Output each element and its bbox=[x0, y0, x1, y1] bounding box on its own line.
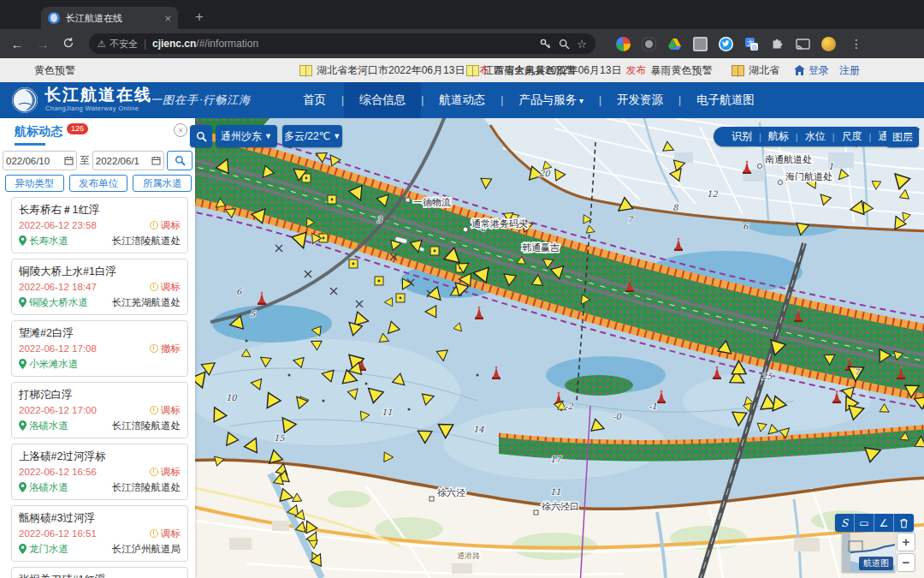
clock-icon bbox=[150, 221, 158, 229]
nav-separator: | bbox=[599, 94, 601, 106]
bookmark-star-icon[interactable]: ☆ bbox=[577, 38, 587, 51]
cast-icon[interactable] bbox=[796, 37, 810, 51]
back-icon[interactable]: ← bbox=[9, 37, 26, 51]
beacon-card[interactable]: 长寿桥右＃1红浮2022-06-12 23:58调标长寿水道长江涪陵航道处 bbox=[11, 197, 188, 253]
card-title: 长寿桥右＃1红浮 bbox=[19, 203, 181, 217]
layers-button[interactable]: 图层 bbox=[886, 127, 919, 147]
screenshot-extension-icon[interactable] bbox=[693, 37, 708, 51]
svg-text:一德物流: 一德物流 bbox=[413, 197, 451, 207]
nav-item-2[interactable]: 航道动态 bbox=[424, 82, 500, 118]
nav-item-4[interactable]: 开发资源 bbox=[601, 82, 678, 118]
beacon-card[interactable]: 打梆沱白浮2022-06-12 17:00调标洛碛水道长江涪陵航道处 bbox=[11, 382, 188, 438]
date-from-input[interactable]: 022/06/10 bbox=[3, 151, 77, 170]
nav-separator: | bbox=[500, 94, 503, 106]
warning-flag-icon bbox=[299, 65, 312, 76]
misc-extension-icon[interactable] bbox=[821, 37, 836, 51]
forward-icon[interactable]: → bbox=[34, 37, 51, 51]
svg-text:11: 11 bbox=[382, 408, 393, 417]
weather-dropdown[interactable]: 多云/22℃▼ bbox=[282, 125, 342, 147]
card-status: 调标 bbox=[150, 464, 181, 480]
circle-extension-icon[interactable] bbox=[642, 37, 656, 51]
clock-icon bbox=[150, 468, 158, 476]
search-page-icon[interactable] bbox=[558, 38, 571, 51]
site-title-en: ChangJiang Waterway Online bbox=[45, 104, 139, 112]
map-mode-3[interactable]: 尺度 bbox=[835, 129, 869, 144]
chevron-down-icon: ▼ bbox=[333, 132, 341, 140]
filter-change-type[interactable]: 异动类型 bbox=[5, 175, 64, 192]
beacon-card[interactable]: 上洛碛#2过河浮标2022-06-12 16:56调标洛碛水道长江涪陵航道处 bbox=[11, 444, 188, 500]
map-mode-1[interactable]: 航标 bbox=[761, 129, 796, 144]
card-time: 2022-06-12 17:00 bbox=[19, 402, 97, 418]
card-waterway: 洛碛水道 bbox=[19, 418, 68, 433]
translate-icon[interactable]: 文G bbox=[744, 37, 759, 51]
auth-links: 登录 注册 bbox=[794, 58, 860, 82]
beacon-card[interactable]: 张坝关刀碛#1红浮2022-06-12 16:42撤标小米滩水道 bbox=[11, 567, 188, 578]
svg-text:3: 3 bbox=[376, 215, 382, 224]
map-panel: 65101114151720122578311716-0-0-2-1 一德物流 … bbox=[195, 118, 924, 578]
site-title: 长江航道在线 bbox=[44, 86, 152, 104]
zoom-out-button[interactable]: − bbox=[897, 553, 915, 572]
beacon-card[interactable]: 铜陵大桥上水#1白浮2022-06-12 18:47调标铜陵大桥水道长江芜湖航道… bbox=[11, 259, 188, 315]
nav-separator: | bbox=[341, 94, 344, 106]
station-dropdown[interactable]: 通州沙东▼ bbox=[216, 125, 277, 147]
browser-menu-icon[interactable]: ⋮ bbox=[850, 37, 862, 51]
browser-tab[interactable]: 长江航道在线 × bbox=[41, 7, 178, 29]
card-status: 调标 bbox=[150, 217, 181, 233]
card-organization: 长江泸州航道局 bbox=[112, 541, 181, 557]
photos-extension-icon[interactable] bbox=[616, 37, 631, 51]
beacon-card[interactable]: 望滩#2白浮2022-06-12 17:08撤标小米滩水道 bbox=[11, 320, 188, 377]
measure-area-button[interactable]: ▭ bbox=[855, 514, 874, 532]
svg-text:1: 1 bbox=[828, 162, 833, 171]
tab-title: 长江航道在线 bbox=[66, 12, 158, 25]
site-header: 长江航道在线 ChangJiang Waterway Online 一图在手·行… bbox=[0, 82, 924, 118]
title-underline bbox=[15, 143, 45, 146]
zoom-in-button[interactable]: + bbox=[897, 533, 915, 551]
warning-ticker-bar: 黄色预警 湖北省老河口市2022年06月13日 发布 雷雨大风黄色预警 江西省全… bbox=[0, 58, 924, 82]
count-badge: 126 bbox=[67, 123, 88, 134]
map-mode-0[interactable]: 识别 bbox=[725, 129, 759, 144]
svg-text:韩通赢吉: 韩通赢吉 bbox=[522, 242, 560, 253]
extensions-puzzle-icon[interactable] bbox=[770, 37, 785, 51]
nav-separator: | bbox=[421, 94, 424, 106]
browser-toolbar: ← → ⚠ 不安全 | cjienc.cn/#/information ☆ 文G… bbox=[0, 29, 924, 58]
url-bar[interactable]: ⚠ 不安全 | cjienc.cn/#/information ☆ bbox=[89, 33, 595, 54]
beacon-card-list: 长寿桥右＃1红浮2022-06-12 23:58调标长寿水道长江涪陵航道处铜陵大… bbox=[0, 197, 195, 578]
card-waterway: 长寿水道 bbox=[19, 233, 68, 248]
measure-angle-button[interactable]: ∠ bbox=[874, 514, 894, 532]
card-status: 调标 bbox=[150, 526, 181, 541]
clear-measure-button[interactable] bbox=[894, 514, 914, 532]
beacon-card[interactable]: 甑柄碛#3过河浮2022-06-12 16:51调标龙门水道长江泸州航道局 bbox=[11, 505, 188, 562]
nav-item-1[interactable]: 综合信息 bbox=[344, 82, 421, 118]
location-pin-icon bbox=[19, 482, 27, 492]
extensions-row: 文G ⋮ bbox=[616, 37, 862, 51]
panel-close-icon[interactable]: × bbox=[174, 123, 187, 137]
nav-item-0[interactable]: 首页 bbox=[287, 82, 341, 118]
nav-item-5[interactable]: 电子航道图 bbox=[681, 82, 770, 118]
map-canvas[interactable]: 65101114151720122578311716-0-0-2-1 一德物流 … bbox=[195, 118, 924, 578]
measure-distance-button[interactable]: S bbox=[835, 514, 855, 532]
date-to-label: 至 bbox=[80, 154, 90, 167]
new-tab-button[interactable]: + bbox=[188, 6, 210, 28]
svg-text:17: 17 bbox=[550, 455, 562, 464]
minimap-label: 航道图 bbox=[859, 557, 893, 570]
beacon-updates-panel: 航标动态 126 × 022/06/10 至 2022/06/1 异动 bbox=[0, 118, 195, 578]
svg-text:通港路: 通港路 bbox=[457, 551, 480, 560]
filter-publisher[interactable]: 发布单位 bbox=[69, 175, 128, 192]
register-link[interactable]: 注册 bbox=[839, 63, 860, 78]
date-to-input[interactable]: 2022/06/1 bbox=[92, 151, 164, 170]
bird-extension-icon[interactable] bbox=[719, 37, 733, 51]
filter-waterway[interactable]: 所属水道 bbox=[133, 175, 192, 192]
key-icon[interactable] bbox=[539, 38, 552, 51]
nav-item-3[interactable]: 产品与服务▾ bbox=[503, 82, 599, 118]
svg-text:南通航道处: 南通航道处 bbox=[765, 154, 812, 164]
map-search-button[interactable] bbox=[190, 125, 212, 147]
tab-close-icon[interactable]: × bbox=[164, 12, 171, 25]
date-search-button[interactable] bbox=[167, 151, 192, 170]
reload-icon[interactable] bbox=[60, 37, 77, 51]
drive-icon[interactable] bbox=[667, 37, 682, 51]
svg-text:12: 12 bbox=[707, 189, 718, 199]
card-status: 调标 bbox=[150, 279, 181, 295]
login-link[interactable]: 登录 bbox=[794, 63, 829, 78]
card-time: 2022-06-12 17:08 bbox=[19, 341, 97, 356]
map-mode-2[interactable]: 水位 bbox=[798, 129, 832, 144]
